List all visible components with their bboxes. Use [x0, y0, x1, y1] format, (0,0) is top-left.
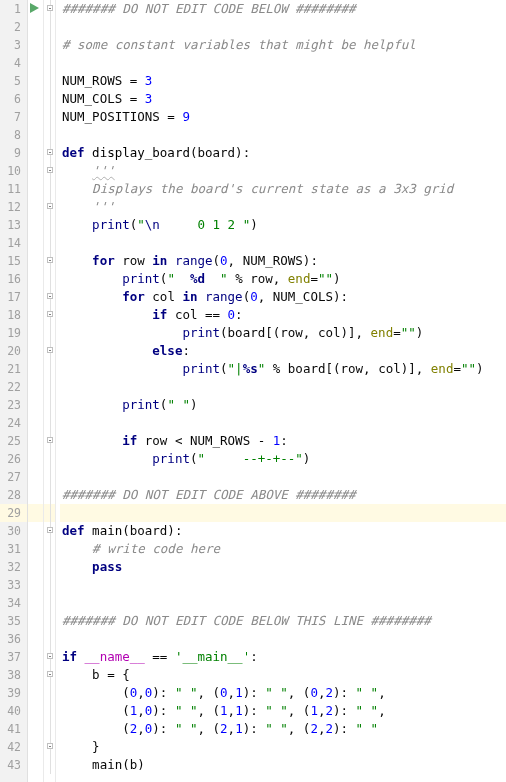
code-line[interactable]: for row in range(0, NUM_ROWS):	[60, 252, 506, 270]
gutter-marker-cell[interactable]	[28, 666, 43, 684]
code-area[interactable]: ####### DO NOT EDIT CODE BELOW #########…	[56, 0, 506, 782]
gutter-marker-cell[interactable]	[28, 522, 43, 540]
gutter-marker-cell[interactable]	[28, 162, 43, 180]
fold-gutter-cell[interactable]	[44, 702, 55, 720]
gutter-marker-cell[interactable]	[28, 288, 43, 306]
gutter-marker-cell[interactable]	[28, 108, 43, 126]
code-line[interactable]: '''	[60, 198, 506, 216]
fold-collapse-icon[interactable]	[47, 527, 53, 533]
fold-collapse-icon[interactable]	[47, 347, 53, 353]
code-line[interactable]: if col == 0:	[60, 306, 506, 324]
fold-gutter-cell[interactable]	[44, 54, 55, 72]
fold-gutter-cell[interactable]	[44, 216, 55, 234]
fold-collapse-icon[interactable]	[47, 257, 53, 263]
gutter-marker-cell[interactable]	[28, 540, 43, 558]
code-line[interactable]	[60, 468, 506, 486]
fold-gutter-cell[interactable]	[44, 126, 55, 144]
gutter-marker-cell[interactable]	[28, 558, 43, 576]
fold-gutter-cell[interactable]	[44, 486, 55, 504]
gutter-marker-cell[interactable]	[28, 702, 43, 720]
fold-collapse-icon[interactable]	[47, 653, 53, 659]
code-line[interactable]: NUM_ROWS = 3	[60, 72, 506, 90]
fold-gutter-cell[interactable]	[44, 36, 55, 54]
gutter-marker-cell[interactable]	[28, 450, 43, 468]
code-line[interactable]: NUM_COLS = 3	[60, 90, 506, 108]
gutter-marker-cell[interactable]	[28, 504, 43, 522]
fold-gutter-cell[interactable]	[44, 594, 55, 612]
gutter-marker-cell[interactable]	[28, 378, 43, 396]
fold-gutter-cell[interactable]	[44, 612, 55, 630]
fold-gutter-cell[interactable]	[44, 666, 55, 684]
gutter-marker-cell[interactable]	[28, 198, 43, 216]
fold-gutter-cell[interactable]	[44, 630, 55, 648]
code-line[interactable]: main(b)	[60, 756, 506, 774]
fold-gutter-cell[interactable]	[44, 234, 55, 252]
gutter-marker-cell[interactable]	[28, 594, 43, 612]
gutter-marker-cell[interactable]	[28, 360, 43, 378]
code-line[interactable]: print(" --+-+--")	[60, 450, 506, 468]
code-line[interactable]: if __name__ == '__main__':	[60, 648, 506, 666]
gutter-marker-cell[interactable]	[28, 612, 43, 630]
code-line[interactable]	[60, 18, 506, 36]
code-line[interactable]	[60, 504, 506, 522]
code-line[interactable]: for col in range(0, NUM_COLS):	[60, 288, 506, 306]
code-line[interactable]: if row < NUM_ROWS - 1:	[60, 432, 506, 450]
code-line[interactable]: def display_board(board):	[60, 144, 506, 162]
fold-gutter-cell[interactable]	[44, 756, 55, 774]
fold-gutter-cell[interactable]	[44, 450, 55, 468]
gutter-marker-cell[interactable]	[28, 234, 43, 252]
fold-collapse-icon[interactable]	[47, 293, 53, 299]
gutter-marker-cell[interactable]	[28, 144, 43, 162]
fold-gutter-cell[interactable]	[44, 396, 55, 414]
fold-gutter-cell[interactable]	[44, 738, 55, 756]
gutter-marker-cell[interactable]	[28, 306, 43, 324]
code-line[interactable]: (0,0): " ", (0,1): " ", (0,2): " ",	[60, 684, 506, 702]
code-line[interactable]: pass	[60, 558, 506, 576]
gutter-marker-cell[interactable]	[28, 18, 43, 36]
marker-gutter[interactable]	[28, 0, 44, 782]
gutter-marker-cell[interactable]	[28, 468, 43, 486]
fold-gutter-cell[interactable]	[44, 270, 55, 288]
code-line[interactable]: ####### DO NOT EDIT CODE BELOW THIS LINE…	[60, 612, 506, 630]
code-editor[interactable]: 1234567891011121314151617181920212223242…	[0, 0, 506, 782]
fold-gutter-cell[interactable]	[44, 108, 55, 126]
gutter-marker-cell[interactable]	[28, 486, 43, 504]
fold-end-icon[interactable]	[47, 203, 53, 209]
gutter-marker-cell[interactable]	[28, 252, 43, 270]
gutter-marker-cell[interactable]	[28, 630, 43, 648]
gutter-marker-cell[interactable]	[28, 720, 43, 738]
code-line[interactable]: }	[60, 738, 506, 756]
fold-gutter-cell[interactable]	[44, 288, 55, 306]
fold-collapse-icon[interactable]	[47, 437, 53, 443]
code-line[interactable]: print("|%s" % board[(row, col)], end="")	[60, 360, 506, 378]
fold-collapse-icon[interactable]	[47, 167, 53, 173]
gutter-marker-cell[interactable]	[28, 396, 43, 414]
gutter-marker-cell[interactable]	[28, 432, 43, 450]
code-line[interactable]: Displays the board's current state as a …	[60, 180, 506, 198]
gutter-marker-cell[interactable]	[28, 270, 43, 288]
gutter-marker-cell[interactable]	[28, 0, 43, 18]
fold-gutter-cell[interactable]	[44, 18, 55, 36]
gutter-marker-cell[interactable]	[28, 180, 43, 198]
fold-gutter-cell[interactable]	[44, 180, 55, 198]
code-line[interactable]	[60, 630, 506, 648]
gutter-marker-cell[interactable]	[28, 90, 43, 108]
code-line[interactable]: print("\n 0 1 2 ")	[60, 216, 506, 234]
code-line[interactable]: NUM_POSITIONS = 9	[60, 108, 506, 126]
gutter-marker-cell[interactable]	[28, 216, 43, 234]
code-line[interactable]	[60, 378, 506, 396]
gutter-marker-cell[interactable]	[28, 342, 43, 360]
fold-collapse-icon[interactable]	[47, 149, 53, 155]
fold-gutter-cell[interactable]	[44, 90, 55, 108]
fold-gutter-cell[interactable]	[44, 198, 55, 216]
code-line[interactable]: ####### DO NOT EDIT CODE BELOW ########	[60, 0, 506, 18]
fold-gutter-cell[interactable]	[44, 576, 55, 594]
gutter-marker-cell[interactable]	[28, 648, 43, 666]
code-line[interactable]: (1,0): " ", (1,1): " ", (1,2): " ",	[60, 702, 506, 720]
gutter-marker-cell[interactable]	[28, 738, 43, 756]
fold-gutter-cell[interactable]	[44, 378, 55, 396]
fold-collapse-icon[interactable]	[47, 671, 53, 677]
fold-collapse-icon[interactable]	[47, 5, 53, 11]
fold-gutter-cell[interactable]	[44, 360, 55, 378]
code-line[interactable]	[60, 576, 506, 594]
